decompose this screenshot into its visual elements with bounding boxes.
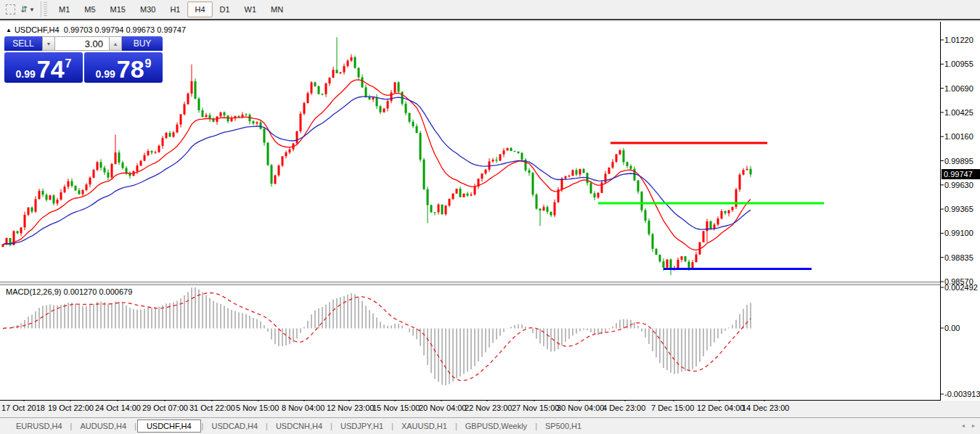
- price-axis-label: 0.98835: [944, 253, 973, 262]
- sell-button[interactable]: SELL: [4, 36, 42, 51]
- bottom-tab-EURUSD-H4[interactable]: EURUSD,H4: [9, 420, 70, 432]
- time-axis-label: 17 Oct 2018: [1, 404, 45, 412]
- buy-price-sup: 9: [145, 58, 152, 70]
- lot-size-input[interactable]: 3.00: [55, 36, 109, 51]
- arrows-icon: ⇵: [20, 5, 28, 14]
- time-axis-label: 7 Dec 15:00: [651, 404, 694, 412]
- sell-price-display[interactable]: 0.99 74 7: [4, 52, 83, 83]
- pane-separator[interactable]: [0, 282, 941, 285]
- timeframe-toolbar: ⇵ ▼ M1M5M15M30H1H4D1W1MN: [0, 0, 980, 20]
- time-axis-label: 30 Nov 04:00: [557, 404, 604, 412]
- price-axis-label: 1.01220: [944, 36, 973, 44]
- price-axis-label: 1.00425: [944, 108, 973, 117]
- time-axis-label: 20 Nov 04:00: [419, 404, 466, 412]
- timeframe-button-M1[interactable]: M1: [52, 1, 77, 17]
- collapse-triangle-icon[interactable]: ▲: [6, 27, 12, 33]
- price-axis-label: 0.99895: [944, 157, 973, 165]
- time-axis-label: 27 Nov 15:00: [512, 404, 559, 412]
- buy-button[interactable]: BUY: [122, 36, 163, 51]
- macd-axis-label: 0.002492: [944, 283, 978, 292]
- one-click-trade-panel: SELL ▼ 3.00 ▲ BUY 0.99 74 7 0.99 78 9: [4, 36, 163, 83]
- bottom-tab-USDJPY-H1[interactable]: USDJPY,H1: [333, 420, 391, 432]
- price-axis-label: 0.99365: [944, 205, 973, 213]
- sell-price-sup: 7: [65, 58, 72, 70]
- timeframe-button-M30[interactable]: M30: [133, 1, 163, 17]
- bottom-tab-AUDUSD-H4[interactable]: AUDUSD,H4: [73, 420, 134, 432]
- macd-axis-label: 0.00: [944, 324, 960, 332]
- toolbar-separator: [41, 1, 41, 17]
- symbol-period-label: USDCHF,H4: [15, 25, 60, 34]
- chart-tab-bar: EURUSD,H4|AUDUSD,H4|USDCHF,H4|USDCAD,H4|…: [0, 417, 980, 434]
- price-axis-label: 1.00160: [944, 132, 973, 141]
- time-axis-label: 5 Nov 15:00: [236, 404, 279, 412]
- time-axis-label: 14 Dec 23:00: [742, 404, 789, 412]
- current-price-badge: 0.99747: [942, 169, 980, 179]
- macd-axis-label: -0.003913: [944, 390, 980, 398]
- toolbar-grip[interactable]: [44, 2, 47, 17]
- buy-price-prefix: 0.99: [96, 69, 115, 79]
- tab-scroll-arrows-icon[interactable]: ◂ ▸: [962, 422, 978, 429]
- price-axis-label: 0.99630: [944, 181, 973, 189]
- timeframe-button-M15[interactable]: M15: [103, 1, 133, 17]
- sell-price-big: 74: [37, 60, 65, 79]
- arrange-charts-icon[interactable]: ⇵ ▼: [20, 3, 35, 16]
- bottom-tab-GBPUSD-Weekly[interactable]: GBPUSD,Weekly: [458, 420, 534, 432]
- time-axis-label: 29 Oct 07:00: [142, 404, 188, 412]
- bottom-tab-USDCHF-H4[interactable]: USDCHF,H4: [137, 419, 201, 433]
- price-axis-label: 1.00955: [944, 60, 973, 68]
- lot-increase-button[interactable]: ▲: [109, 36, 122, 51]
- buy-price-big: 78: [117, 60, 144, 79]
- ohlc-values: 0.99703 0.99794 0.99673 0.99747: [64, 25, 186, 34]
- bottom-tab-XAUUSD-H1[interactable]: XAUUSD,H1: [394, 420, 454, 432]
- bottom-tab-USDCNH-H4[interactable]: USDCNH,H4: [269, 420, 330, 432]
- timeframe-button-H4[interactable]: H4: [187, 1, 212, 17]
- time-axis-label: 24 Oct 14:00: [95, 404, 141, 412]
- sell-price-prefix: 0.99: [16, 69, 36, 79]
- time-axis-label: 8 Nov 04:00: [282, 404, 324, 412]
- time-axis-label: 19 Oct 22:00: [48, 404, 94, 412]
- chart-shift-icon[interactable]: [3, 3, 17, 16]
- time-axis-label: 31 Oct 22:00: [189, 404, 235, 412]
- time-axis-label: 12 Nov 23:00: [327, 404, 374, 412]
- macd-histogram: [3, 287, 751, 385]
- time-axis-label: 12 Dec 04:00: [697, 404, 744, 412]
- macd-indicator-label: MACD(12,26,9) 0.001270 0.000679: [6, 287, 132, 296]
- chart-ohlc-header: ▲USDCHF,H4 0.99703 0.99794 0.99673 0.997…: [6, 25, 186, 34]
- dropdown-caret-icon: ▼: [29, 7, 35, 13]
- time-axis-label: 15 Nov 15:00: [372, 404, 420, 412]
- bottom-tab-SP500-H1[interactable]: SP500,H1: [538, 420, 589, 432]
- time-axis-label: 4 Dec 23:00: [603, 404, 645, 412]
- mt4-window: ⇵ ▼ M1M5M15M30H1H4D1W1MN ▲USDCHF,H4 0.99…: [0, 0, 980, 434]
- price-axis-label: 1.00690: [944, 84, 973, 93]
- timeframe-button-W1[interactable]: W1: [237, 1, 264, 17]
- ma-slow-line: [3, 97, 751, 245]
- timeframe-button-M5[interactable]: M5: [77, 1, 102, 17]
- buy-price-display[interactable]: 0.99 78 9: [84, 52, 163, 83]
- price-axis-label: 0.99100: [944, 229, 973, 237]
- time-axis-label: 22 Nov 23:00: [465, 404, 512, 412]
- lot-decrease-button[interactable]: ▼: [42, 36, 55, 51]
- timeframe-button-D1[interactable]: D1: [213, 1, 237, 17]
- bottom-tab-USDCAD-H4[interactable]: USDCAD,H4: [204, 420, 265, 432]
- timeframe-button-MN[interactable]: MN: [264, 1, 290, 17]
- timeframe-button-H1[interactable]: H1: [163, 1, 187, 17]
